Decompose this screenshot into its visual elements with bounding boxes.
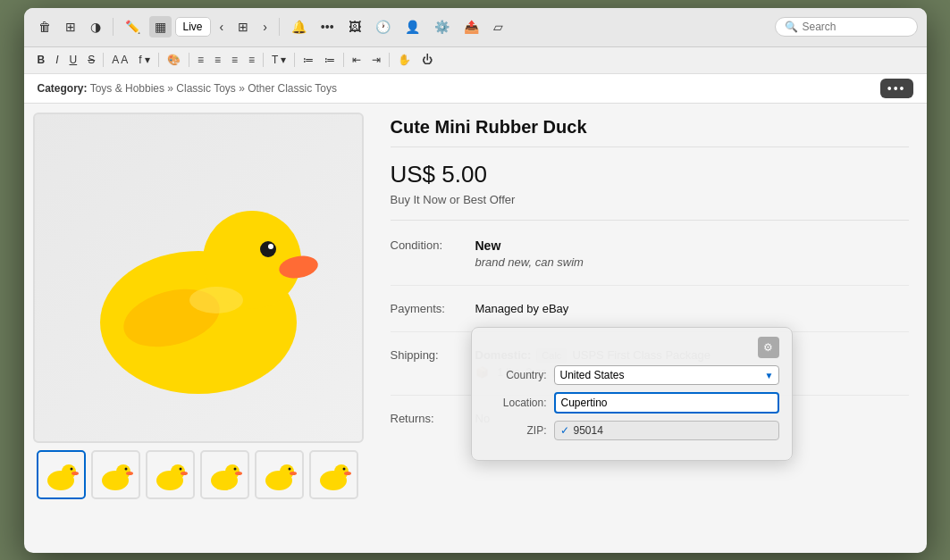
pencil-button[interactable]: ✏️ [120,16,146,38]
popup-settings-button[interactable]: ⚙ [758,337,779,358]
popup-header: ⚙ [484,337,779,358]
expand-button[interactable]: ⊞ [60,16,81,38]
indent-increase-button[interactable]: ⇥ [367,52,385,68]
breadcrumb-bar: Category: Toys & Hobbies » Classic Toys … [24,74,927,104]
strikethrough-button[interactable]: S [83,52,99,68]
condition-row: Condition: New brand new, can swim [391,238,909,286]
svg-point-22 [235,472,242,475]
nav-back-button[interactable]: ‹ [214,16,230,38]
shipping-label: Shipping: [391,348,462,379]
clock-button[interactable]: 🕐 [370,16,396,38]
svg-point-25 [289,468,291,471]
share-button[interactable]: 📤 [458,16,484,38]
hand-button[interactable]: ✋ [393,52,416,68]
underline-button[interactable]: U [65,52,82,68]
main-content: Cute Mini Rubber Duck US$ 5.00 Buy It No… [24,104,927,553]
popup-zip-row: ZIP: ✓ 95014 [484,421,779,440]
thumbnail-3[interactable] [146,450,195,499]
thumbnails [33,450,364,499]
svg-point-9 [71,468,73,471]
align-center-button[interactable]: ≡ [210,52,225,68]
condition-label: Condition: [391,238,462,269]
popup-country-select[interactable]: United States [554,365,779,385]
fmt-divider-5 [294,53,295,67]
align-justify-button[interactable]: ≡ [244,52,259,68]
italic-button[interactable]: I [51,52,63,68]
search-box: 🔍 [775,17,918,37]
fmt-divider-4 [263,53,264,67]
breadcrumb-label: Category: [38,82,88,95]
svg-point-28 [334,464,349,479]
condition-title: New [475,238,909,253]
sidebar-button[interactable]: ▱ [488,16,509,38]
main-toolbar: 🗑 ⊞ ◑ ✏️ ▦ Live ‹ ⊞ › 🔔 ••• 🖼 🕐 👤 ⚙️ 📤 ▱… [24,8,927,47]
divider-1 [113,18,113,36]
svg-point-16 [171,464,185,479]
fmt-divider-7 [389,53,390,67]
more-options-button[interactable]: ••• [315,16,340,38]
svg-point-21 [234,468,237,471]
payments-value: Managed by eBay [475,302,909,315]
color-button[interactable]: 🎨 [163,52,185,68]
product-price: US$ 5.00 [391,161,909,188]
bold-button[interactable]: B [33,52,50,68]
font-size-button[interactable]: A A [107,52,132,68]
bell-button[interactable]: 🔔 [286,16,312,38]
indent-decrease-button[interactable]: ⇤ [348,52,366,68]
live-button[interactable]: Live [175,17,211,37]
app-window: 🗑 ⊞ ◑ ✏️ ▦ Live ‹ ⊞ › 🔔 ••• 🖼 🕐 👤 ⚙️ 📤 ▱… [24,8,927,553]
svg-point-6 [189,287,243,313]
more-actions-button[interactable]: ••• [880,79,913,98]
search-input[interactable] [803,21,908,33]
popup-country-select-wrap: United States ▼ [554,365,779,385]
svg-point-30 [344,472,351,475]
grid-view-button[interactable]: ▦ [149,16,172,38]
text-style-button[interactable]: T ▾ [267,52,290,68]
thumbnail-1[interactable] [37,450,86,499]
buy-option: Buy It Now or Best Offer [391,193,909,221]
format-toolbar: B I U S A A f ▾ 🎨 ≡ ≡ ≡ ≡ T ▾ ≔ ≔ ⇤ ⇥ ✋ … [24,47,927,74]
popup-zip-wrap: ✓ 95014 [554,421,779,440]
duck-svg [64,144,332,412]
thumbnail-2[interactable] [91,450,140,499]
person-button[interactable]: 👤 [399,16,425,38]
align-right-button[interactable]: ≡ [227,52,242,68]
gear-button[interactable]: ⚙️ [429,16,455,38]
search-icon: 🔍 [785,21,798,33]
product-details: Cute Mini Rubber Duck US$ 5.00 Buy It No… [373,104,927,553]
trash-button[interactable]: 🗑 [33,16,56,38]
zip-check-icon: ✓ [560,424,569,437]
fmt-divider-1 [103,53,104,67]
product-image-area [24,104,373,553]
thumbnail-5[interactable] [255,450,304,499]
popup-location-input[interactable] [554,392,779,414]
toggle-button[interactable]: ◑ [85,16,106,38]
fmt-divider-3 [189,53,189,67]
grid-button[interactable]: ⊞ [232,16,254,38]
list-ordered-button[interactable]: ≔ [320,52,340,68]
svg-point-3 [268,244,273,249]
power-button[interactable]: ⏻ [417,52,437,68]
popup-country-label: Country: [484,369,547,381]
svg-point-18 [181,472,188,475]
thumbnail-4[interactable] [200,450,249,499]
svg-point-14 [126,472,133,475]
list-unordered-button[interactable]: ≔ [298,52,318,68]
font-style-button[interactable]: f ▾ [134,52,155,68]
image-button[interactable]: 🖼 [343,16,366,38]
returns-label: Returns: [391,412,462,425]
popup-location-label: Location: [484,397,547,409]
svg-point-20 [225,464,240,479]
align-left-button[interactable]: ≡ [193,52,208,68]
main-product-image [33,113,364,443]
breadcrumb: Category: Toys & Hobbies » Classic Toys … [38,82,337,95]
thumbnail-6[interactable] [309,450,358,499]
zip-value: 95014 [574,424,603,437]
fmt-divider-2 [158,53,159,67]
payments-text: Managed by eBay [475,302,909,315]
svg-point-13 [125,468,128,471]
popup-zip-label: ZIP: [484,424,547,437]
product-title: Cute Mini Rubber Duck [391,117,909,147]
svg-point-17 [180,468,182,471]
nav-forward-button[interactable]: › [257,16,273,38]
